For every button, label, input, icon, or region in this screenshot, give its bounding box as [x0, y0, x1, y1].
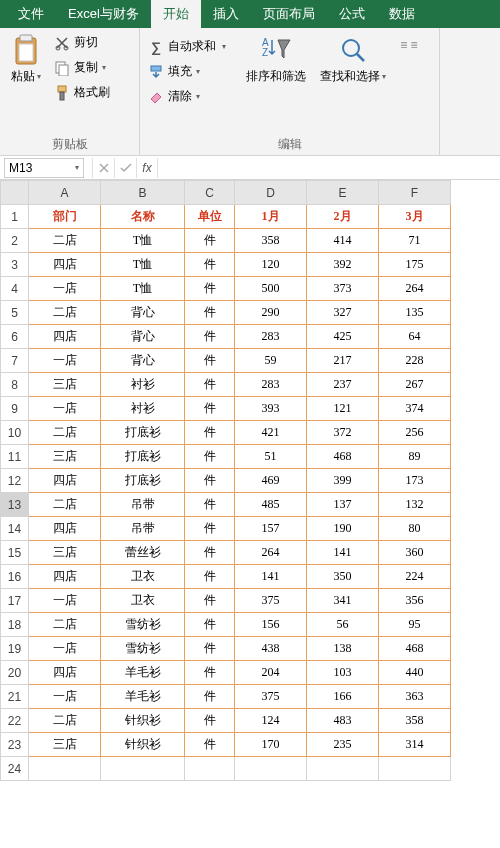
cell[interactable]: 衬衫: [101, 397, 185, 421]
tab-Excel与财务[interactable]: Excel与财务: [56, 0, 151, 28]
row-header-11[interactable]: 11: [1, 445, 29, 469]
row-header-9[interactable]: 9: [1, 397, 29, 421]
cell[interactable]: 399: [307, 469, 379, 493]
cell[interactable]: 440: [379, 661, 451, 685]
cell[interactable]: [101, 757, 185, 781]
row-header-10[interactable]: 10: [1, 421, 29, 445]
row-header-4[interactable]: 4: [1, 277, 29, 301]
cell[interactable]: 141: [235, 565, 307, 589]
cell[interactable]: 件: [185, 637, 235, 661]
cell[interactable]: 414: [307, 229, 379, 253]
cell[interactable]: 一店: [29, 349, 101, 373]
row-header-24[interactable]: 24: [1, 757, 29, 781]
cell[interactable]: 124: [235, 709, 307, 733]
insert-function-button[interactable]: fx: [136, 158, 158, 178]
header-cell[interactable]: 2月: [307, 205, 379, 229]
formula-cancel-button[interactable]: [92, 158, 114, 178]
cell[interactable]: 166: [307, 685, 379, 709]
cell[interactable]: 二店: [29, 421, 101, 445]
cell[interactable]: 羊毛衫: [101, 685, 185, 709]
cell[interactable]: 背心: [101, 349, 185, 373]
cell[interactable]: 雪纺衫: [101, 613, 185, 637]
find-select-button[interactable]: 查找和选择 ▾: [316, 32, 390, 87]
header-cell[interactable]: 名称: [101, 205, 185, 229]
cell[interactable]: 95: [379, 613, 451, 637]
col-header-A[interactable]: A: [29, 181, 101, 205]
cell[interactable]: 468: [307, 445, 379, 469]
cell[interactable]: 卫衣: [101, 565, 185, 589]
cell[interactable]: 件: [185, 253, 235, 277]
cell[interactable]: T恤: [101, 277, 185, 301]
cell[interactable]: 393: [235, 397, 307, 421]
cell[interactable]: [379, 757, 451, 781]
cell[interactable]: 237: [307, 373, 379, 397]
cell[interactable]: 228: [379, 349, 451, 373]
col-header-B[interactable]: B: [101, 181, 185, 205]
cell[interactable]: 件: [185, 517, 235, 541]
cell[interactable]: 羊毛衫: [101, 661, 185, 685]
cell[interactable]: 356: [379, 589, 451, 613]
row-header-15[interactable]: 15: [1, 541, 29, 565]
cell[interactable]: 件: [185, 469, 235, 493]
cell[interactable]: 132: [379, 493, 451, 517]
cell[interactable]: 件: [185, 325, 235, 349]
cell[interactable]: 137: [307, 493, 379, 517]
row-header-16[interactable]: 16: [1, 565, 29, 589]
row-header-3[interactable]: 3: [1, 253, 29, 277]
cell[interactable]: 背心: [101, 325, 185, 349]
cell[interactable]: 375: [235, 589, 307, 613]
cell[interactable]: 173: [379, 469, 451, 493]
cell[interactable]: 件: [185, 613, 235, 637]
cell[interactable]: 264: [235, 541, 307, 565]
cell[interactable]: 204: [235, 661, 307, 685]
cell[interactable]: 120: [235, 253, 307, 277]
col-header-F[interactable]: F: [379, 181, 451, 205]
cell[interactable]: 421: [235, 421, 307, 445]
cell[interactable]: 雪纺衫: [101, 637, 185, 661]
cell[interactable]: 469: [235, 469, 307, 493]
cell[interactable]: 350: [307, 565, 379, 589]
cell[interactable]: 190: [307, 517, 379, 541]
cell[interactable]: 件: [185, 445, 235, 469]
cell[interactable]: 175: [379, 253, 451, 277]
cell[interactable]: 64: [379, 325, 451, 349]
cell[interactable]: 卫衣: [101, 589, 185, 613]
cell[interactable]: 一店: [29, 637, 101, 661]
col-header-C[interactable]: C: [185, 181, 235, 205]
row-header-6[interactable]: 6: [1, 325, 29, 349]
header-cell[interactable]: 3月: [379, 205, 451, 229]
cell[interactable]: 138: [307, 637, 379, 661]
cell[interactable]: 375: [235, 685, 307, 709]
cell[interactable]: 三店: [29, 445, 101, 469]
col-header-D[interactable]: D: [235, 181, 307, 205]
row-header-13[interactable]: 13: [1, 493, 29, 517]
tab-插入[interactable]: 插入: [201, 0, 251, 28]
cell[interactable]: 件: [185, 229, 235, 253]
cell[interactable]: 三店: [29, 541, 101, 565]
cell[interactable]: 衬衫: [101, 373, 185, 397]
cell[interactable]: 341: [307, 589, 379, 613]
copy-button[interactable]: 复制 ▾: [52, 57, 112, 78]
fill-button[interactable]: 填充 ▾: [146, 61, 228, 82]
cell[interactable]: 二店: [29, 709, 101, 733]
cell[interactable]: 吊带: [101, 493, 185, 517]
cell[interactable]: 425: [307, 325, 379, 349]
cell[interactable]: 二店: [29, 301, 101, 325]
tab-数据[interactable]: 数据: [377, 0, 427, 28]
cell[interactable]: 二店: [29, 493, 101, 517]
cell[interactable]: 483: [307, 709, 379, 733]
cell[interactable]: 一店: [29, 685, 101, 709]
cell[interactable]: 283: [235, 373, 307, 397]
row-header-5[interactable]: 5: [1, 301, 29, 325]
cell[interactable]: 80: [379, 517, 451, 541]
cell[interactable]: 156: [235, 613, 307, 637]
align-icon[interactable]: ≡ ≡: [400, 38, 417, 52]
cell[interactable]: 打底衫: [101, 421, 185, 445]
cell[interactable]: 71: [379, 229, 451, 253]
tab-公式[interactable]: 公式: [327, 0, 377, 28]
row-header-14[interactable]: 14: [1, 517, 29, 541]
cell[interactable]: 四店: [29, 565, 101, 589]
cell[interactable]: 件: [185, 541, 235, 565]
cut-button[interactable]: 剪切: [52, 32, 112, 53]
cell[interactable]: 二店: [29, 613, 101, 637]
